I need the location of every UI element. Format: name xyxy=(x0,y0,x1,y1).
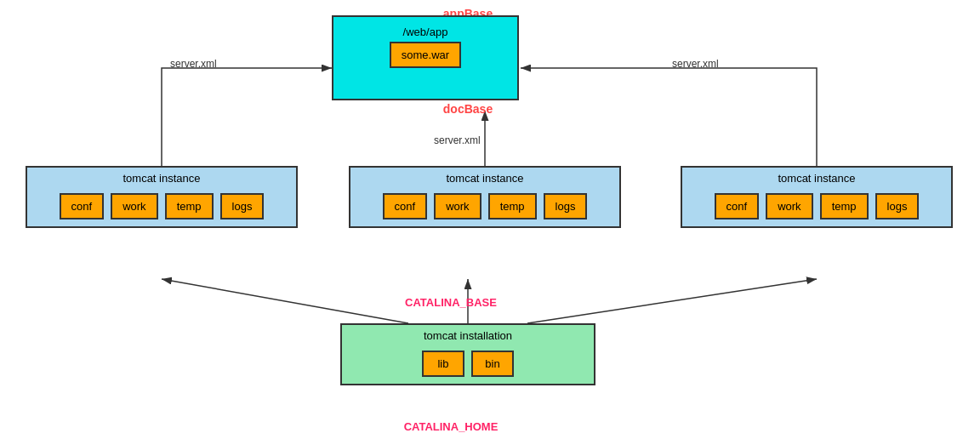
catalina-home-label: CATALINA_HOME xyxy=(366,420,536,433)
tomcat-instance-right-title: tomcat instance xyxy=(682,168,951,186)
tomcat-installation-title: tomcat installation xyxy=(342,325,594,344)
folder-right-conf: conf xyxy=(715,193,760,220)
server-xml-left-label: server.xml xyxy=(170,58,217,70)
docbase-label: docBase xyxy=(417,102,519,116)
folder-center-temp: temp xyxy=(488,193,537,220)
webapp-path: /web/app xyxy=(396,22,455,42)
server-xml-right-label: server.xml xyxy=(672,58,719,70)
tomcat-instance-left-title: tomcat instance xyxy=(27,168,296,186)
folder-left-temp: temp xyxy=(165,193,214,220)
diagram: server.xml server.xml server.xml appBase… xyxy=(0,0,980,439)
tomcat-instance-center-title: tomcat instance xyxy=(350,168,619,186)
tomcat-instance-right: tomcat instance conf work temp logs xyxy=(681,166,953,228)
folder-center-logs: logs xyxy=(544,193,588,220)
webapp-box: /web/app some.war xyxy=(332,15,519,100)
folder-left-conf: conf xyxy=(60,193,105,220)
folder-right-temp: temp xyxy=(820,193,869,220)
folder-bin: bin xyxy=(471,351,514,377)
folder-right-work: work xyxy=(766,193,812,220)
folder-center-work: work xyxy=(434,193,481,220)
tomcat-instance-left: tomcat instance conf work temp logs xyxy=(26,166,298,228)
folder-left-work: work xyxy=(111,193,157,220)
folder-left-logs: logs xyxy=(220,193,265,220)
server-xml-center-label: server.xml xyxy=(434,134,481,146)
folder-lib: lib xyxy=(422,351,464,377)
folder-right-logs: logs xyxy=(875,193,920,220)
war-box: some.war xyxy=(390,42,461,68)
catalina-base-label: CATALINA_BASE xyxy=(366,296,536,309)
folder-center-conf: conf xyxy=(383,193,428,220)
tomcat-installation-box: tomcat installation lib bin xyxy=(340,323,595,385)
tomcat-instance-center: tomcat instance conf work temp logs xyxy=(349,166,621,228)
